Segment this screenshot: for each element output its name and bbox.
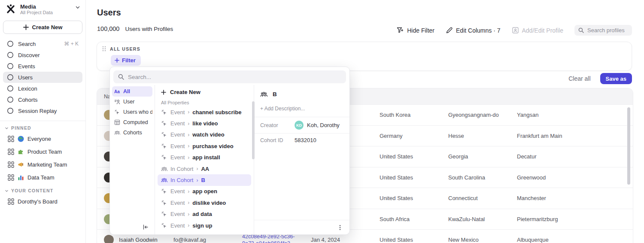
pinned-board-item[interactable]: Everyone	[3, 132, 82, 145]
board-icon	[8, 198, 14, 205]
property-category[interactable]: Aa User	[112, 97, 152, 107]
dropdown-search-input[interactable]: Search...	[113, 70, 346, 83]
property-option[interactable]: Event › dislike video	[158, 197, 251, 208]
sidebar-nav-item[interactable]: Session Replay	[3, 105, 82, 116]
add-edit-profile-button[interactable]: Add/Edit Profile	[512, 27, 564, 34]
sidebar-nav-item[interactable]: Discover	[3, 49, 82, 61]
drag-handle-icon[interactable]	[102, 46, 106, 52]
property-option[interactable]: Event › watch video	[158, 129, 251, 140]
pinned-board-item[interactable]: Product Team	[3, 145, 82, 158]
user-country: Germany	[380, 133, 448, 139]
sidebar-nav: Search ⌘ + K Discover	[0, 38, 85, 116]
property-name: ad data	[192, 211, 212, 217]
edit-columns-button[interactable]: Edit Columns · 7	[446, 27, 500, 34]
creator-row: Creator KD Koh, Dorothy	[254, 117, 349, 133]
chevron-right-icon: ›	[188, 109, 189, 115]
board-icon	[8, 174, 14, 181]
property-prefix: Event	[170, 211, 185, 217]
more-options-icon[interactable]	[337, 224, 343, 231]
puzzle-emoji-icon	[18, 149, 24, 155]
your-content-board-item[interactable]: Dorothy's Board	[3, 195, 82, 208]
sidebar-item-label: Events	[18, 63, 35, 70]
property-option[interactable]: Event › like video	[158, 118, 251, 129]
sidebar-nav-item[interactable]: Lexicon	[3, 83, 82, 94]
property-name: channel subscribe	[192, 109, 241, 115]
board-label: Dorothy's Board	[18, 198, 58, 205]
sidebar-nav-item[interactable]: Users	[3, 72, 82, 83]
sidebar-nav-item[interactable]: Cohorts	[3, 94, 82, 105]
event-icon	[161, 211, 167, 217]
search-profiles-input[interactable]: Search profiles	[574, 25, 632, 36]
pinned-section-header[interactable]: PINNED	[0, 124, 85, 132]
user-country: United States	[380, 237, 448, 243]
user-city: Decatur	[517, 153, 633, 160]
sidebar-item-label: Session Replay	[18, 108, 57, 114]
user-region: KwaZulu-Natal	[448, 216, 517, 222]
creator-avatar: KD	[295, 121, 304, 130]
property-prefix: In Cohort	[170, 166, 193, 172]
property-option[interactable]: Event › channel subscribe	[158, 106, 251, 118]
create-new-property-button[interactable]: Create New	[158, 86, 251, 98]
chevron-right-icon: ›	[188, 200, 189, 206]
add-description-button[interactable]: + Add Description...	[254, 102, 349, 117]
profile-card-icon	[512, 27, 519, 34]
user-count-row: 100,000 Users with Profiles	[97, 25, 173, 32]
sidebar-nav-item[interactable]: Events	[3, 61, 82, 72]
pinned-board-item[interactable]: Data Team	[3, 171, 82, 184]
event-icon	[161, 131, 167, 138]
pinned-board-item[interactable]: Marketing Team	[3, 158, 82, 171]
event-icon	[161, 109, 167, 115]
property-category[interactable]: Aa Users who di...	[112, 107, 152, 117]
app-logo-icon	[5, 3, 16, 15]
property-option[interactable]: Event › purchase video	[158, 140, 251, 152]
hide-filter-button[interactable]: Hide Filter	[397, 27, 434, 34]
property-name: watch video	[192, 131, 224, 138]
property-category[interactable]: Aa Cohorts	[112, 128, 152, 138]
property-prefix: Event	[170, 222, 185, 229]
bar-chart-emoji-icon	[18, 174, 24, 181]
property-option[interactable]: Event › sign up	[158, 220, 251, 231]
property-option[interactable]: Event › app open	[158, 186, 251, 197]
property-option[interactable]: Event › app install	[158, 152, 251, 163]
save-as-button[interactable]: Save as	[600, 73, 632, 84]
user-count-label[interactable]: Users with Profiles	[125, 26, 173, 32]
workspace-subtitle: All Project Data	[20, 10, 53, 15]
create-new-button[interactable]: Create New	[3, 21, 82, 34]
dropdown-scrollbar[interactable]	[252, 101, 255, 159]
event-icon	[161, 188, 167, 194]
events-icon	[7, 63, 14, 70]
property-option[interactable]: Event › ad data	[158, 209, 251, 220]
search-icon	[7, 40, 14, 47]
property-name: app open	[192, 188, 217, 194]
megaphone-emoji-icon	[18, 161, 24, 168]
property-name: app install	[192, 154, 220, 161]
property-list: Create New All Properties Event › channe…	[155, 85, 254, 234]
clear-all-button[interactable]: Clear all	[568, 75, 590, 82]
property-category[interactable]: Aa Computed	[112, 117, 152, 128]
workspace-name: Media	[20, 3, 53, 10]
add-filter-button[interactable]: Filter	[111, 55, 141, 66]
property-group-label: All Properties	[158, 98, 251, 106]
sidebar-nav-item[interactable]: Search ⌘ + K	[3, 38, 82, 49]
user-region: South Carolina	[448, 174, 517, 181]
your-content-section-header[interactable]: YOUR CONTENT	[0, 186, 85, 195]
user-country: United States	[380, 153, 448, 160]
your-content-boards: Dorothy's Board	[0, 195, 85, 208]
property-category[interactable]: Aa All	[112, 86, 152, 97]
cohort-icon	[161, 166, 167, 172]
workspace-switcher[interactable]: Media All Project Data	[0, 3, 85, 18]
property-option[interactable]: In Cohort › AA	[158, 163, 251, 174]
keyboard-shortcut: ⌘ + K	[64, 41, 79, 47]
user-region: Georgia	[448, 153, 517, 160]
collapse-panel-icon[interactable]	[142, 224, 149, 231]
user-country: South Africa	[380, 216, 448, 222]
property-option[interactable]: In Cohort › B	[158, 174, 251, 185]
plus-icon	[115, 58, 119, 63]
cohort-id-value: 5832010	[295, 137, 316, 143]
cohort-id-label: Cohort ID	[260, 137, 291, 143]
user-country: United States	[380, 174, 448, 181]
table-scrollbar[interactable]	[627, 107, 630, 185]
property-category-label: Computed	[123, 119, 148, 125]
cohort-icon	[260, 91, 267, 98]
event-icon	[161, 200, 167, 206]
